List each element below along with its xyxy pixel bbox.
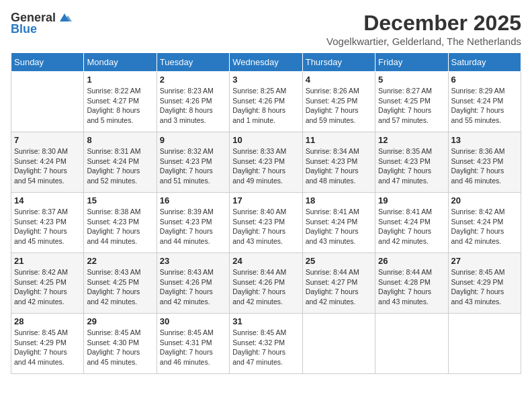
calendar-cell: 28Sunrise: 8:45 AM Sunset: 4:29 PM Dayli… [11,314,84,374]
day-number: 9 [160,135,226,145]
weekday-header-monday: Monday [84,53,157,72]
calendar-cell: 3Sunrise: 8:25 AM Sunset: 4:26 PM Daylig… [230,72,302,132]
calendar-week-3: 14Sunrise: 8:37 AM Sunset: 4:23 PM Dayli… [11,193,521,253]
day-info: Sunrise: 8:45 AM Sunset: 4:32 PM Dayligh… [232,328,299,367]
calendar-cell: 20Sunrise: 8:42 AM Sunset: 4:24 PM Dayli… [448,193,521,253]
day-info: Sunrise: 8:38 AM Sunset: 4:23 PM Dayligh… [87,207,153,246]
day-number: 10 [232,135,299,145]
month-title: December 2025 [326,11,521,36]
calendar-cell [11,72,84,132]
calendar-cell: 6Sunrise: 8:29 AM Sunset: 4:24 PM Daylig… [448,72,521,132]
day-number: 27 [451,256,518,266]
day-info: Sunrise: 8:42 AM Sunset: 4:25 PM Dayligh… [14,267,81,307]
day-info: Sunrise: 8:31 AM Sunset: 4:24 PM Dayligh… [87,146,153,186]
day-number: 31 [232,316,299,326]
calendar-cell: 29Sunrise: 8:45 AM Sunset: 4:30 PM Dayli… [84,314,157,374]
weekday-header-friday: Friday [375,53,448,72]
day-info: Sunrise: 8:45 AM Sunset: 4:29 PM Dayligh… [451,267,518,307]
calendar-cell: 10Sunrise: 8:33 AM Sunset: 4:23 PM Dayli… [230,132,302,193]
day-info: Sunrise: 8:27 AM Sunset: 4:25 PM Dayligh… [378,86,445,126]
calendar-cell: 16Sunrise: 8:39 AM Sunset: 4:23 PM Dayli… [157,193,229,253]
day-number: 25 [306,256,372,266]
calendar-cell: 19Sunrise: 8:41 AM Sunset: 4:24 PM Dayli… [375,193,448,253]
day-number: 7 [14,135,81,145]
calendar-cell: 9Sunrise: 8:32 AM Sunset: 4:23 PM Daylig… [157,132,229,193]
day-number: 23 [160,256,226,266]
day-info: Sunrise: 8:43 AM Sunset: 4:26 PM Dayligh… [160,267,226,307]
day-info: Sunrise: 8:37 AM Sunset: 4:23 PM Dayligh… [14,207,81,246]
day-info: Sunrise: 8:22 AM Sunset: 4:27 PM Dayligh… [87,86,153,126]
calendar-cell: 22Sunrise: 8:43 AM Sunset: 4:25 PM Dayli… [84,253,157,314]
day-number: 13 [451,135,518,145]
day-info: Sunrise: 8:34 AM Sunset: 4:23 PM Dayligh… [306,146,372,186]
location: Vogelkwartier, Gelderland, The Netherlan… [326,36,521,47]
day-number: 17 [232,195,299,205]
day-number: 1 [87,75,153,85]
calendar-cell: 7Sunrise: 8:30 AM Sunset: 4:24 PM Daylig… [11,132,84,193]
day-info: Sunrise: 8:30 AM Sunset: 4:24 PM Dayligh… [14,146,81,186]
calendar-cell: 23Sunrise: 8:43 AM Sunset: 4:26 PM Dayli… [157,253,229,314]
weekday-header-saturday: Saturday [448,53,521,72]
logo-icon [57,12,72,24]
day-info: Sunrise: 8:29 AM Sunset: 4:24 PM Dayligh… [451,86,518,126]
calendar-cell [302,314,375,374]
calendar-cell: 31Sunrise: 8:45 AM Sunset: 4:32 PM Dayli… [230,314,302,374]
calendar-cell [375,314,448,374]
day-info: Sunrise: 8:45 AM Sunset: 4:30 PM Dayligh… [87,328,153,367]
calendar-cell: 5Sunrise: 8:27 AM Sunset: 4:25 PM Daylig… [375,72,448,132]
calendar-cell: 27Sunrise: 8:45 AM Sunset: 4:29 PM Dayli… [448,253,521,314]
day-info: Sunrise: 8:39 AM Sunset: 4:23 PM Dayligh… [160,207,226,246]
day-number: 22 [87,256,153,266]
day-info: Sunrise: 8:25 AM Sunset: 4:26 PM Dayligh… [232,86,299,126]
day-number: 4 [306,75,372,85]
calendar-cell: 30Sunrise: 8:45 AM Sunset: 4:31 PM Dayli… [157,314,229,374]
day-info: Sunrise: 8:44 AM Sunset: 4:27 PM Dayligh… [306,267,372,307]
calendar-cell: 4Sunrise: 8:26 AM Sunset: 4:25 PM Daylig… [302,72,375,132]
day-number: 30 [160,316,226,326]
calendar-cell: 14Sunrise: 8:37 AM Sunset: 4:23 PM Dayli… [11,193,84,253]
day-number: 14 [14,195,81,205]
calendar-cell: 11Sunrise: 8:34 AM Sunset: 4:23 PM Dayli… [302,132,375,193]
header-row: SundayMondayTuesdayWednesdayThursdayFrid… [11,53,521,72]
day-info: Sunrise: 8:45 AM Sunset: 4:29 PM Dayligh… [14,328,81,367]
day-info: Sunrise: 8:26 AM Sunset: 4:25 PM Dayligh… [306,86,372,126]
day-info: Sunrise: 8:45 AM Sunset: 4:31 PM Dayligh… [160,328,226,367]
day-number: 29 [87,316,153,326]
day-number: 16 [160,195,226,205]
day-number: 24 [232,256,299,266]
calendar-cell: 8Sunrise: 8:31 AM Sunset: 4:24 PM Daylig… [84,132,157,193]
day-info: Sunrise: 8:41 AM Sunset: 4:24 PM Dayligh… [306,207,372,246]
day-number: 8 [87,135,153,145]
day-info: Sunrise: 8:44 AM Sunset: 4:26 PM Dayligh… [232,267,299,307]
day-number: 19 [378,195,445,205]
calendar-table: SundayMondayTuesdayWednesdayThursdayFrid… [11,52,521,374]
calendar-week-1: 1Sunrise: 8:22 AM Sunset: 4:27 PM Daylig… [11,72,521,132]
calendar-cell: 21Sunrise: 8:42 AM Sunset: 4:25 PM Dayli… [11,253,84,314]
calendar-cell: 26Sunrise: 8:44 AM Sunset: 4:28 PM Dayli… [375,253,448,314]
day-number: 26 [378,256,445,266]
day-number: 3 [232,75,299,85]
page-header: General Blue December 2025 Vogelkwartier… [11,11,521,47]
day-info: Sunrise: 8:43 AM Sunset: 4:25 PM Dayligh… [87,267,153,307]
day-info: Sunrise: 8:33 AM Sunset: 4:23 PM Dayligh… [232,146,299,186]
weekday-header-sunday: Sunday [11,53,84,72]
day-number: 18 [306,195,372,205]
day-number: 5 [378,75,445,85]
calendar-week-4: 21Sunrise: 8:42 AM Sunset: 4:25 PM Dayli… [11,253,521,314]
calendar-week-5: 28Sunrise: 8:45 AM Sunset: 4:29 PM Dayli… [11,314,521,374]
weekday-header-wednesday: Wednesday [230,53,302,72]
day-info: Sunrise: 8:44 AM Sunset: 4:28 PM Dayligh… [378,267,445,307]
day-number: 15 [87,195,153,205]
calendar-week-2: 7Sunrise: 8:30 AM Sunset: 4:24 PM Daylig… [11,132,521,193]
calendar-cell: 18Sunrise: 8:41 AM Sunset: 4:24 PM Dayli… [302,193,375,253]
day-number: 11 [306,135,372,145]
weekday-header-thursday: Thursday [302,53,375,72]
day-number: 2 [160,75,226,85]
day-info: Sunrise: 8:42 AM Sunset: 4:24 PM Dayligh… [451,207,518,246]
logo: General Blue [11,11,72,36]
logo-blue-text: Blue [11,22,37,36]
weekday-header-tuesday: Tuesday [157,53,229,72]
day-number: 12 [378,135,445,145]
day-info: Sunrise: 8:40 AM Sunset: 4:23 PM Dayligh… [232,207,299,246]
calendar-cell: 25Sunrise: 8:44 AM Sunset: 4:27 PM Dayli… [302,253,375,314]
